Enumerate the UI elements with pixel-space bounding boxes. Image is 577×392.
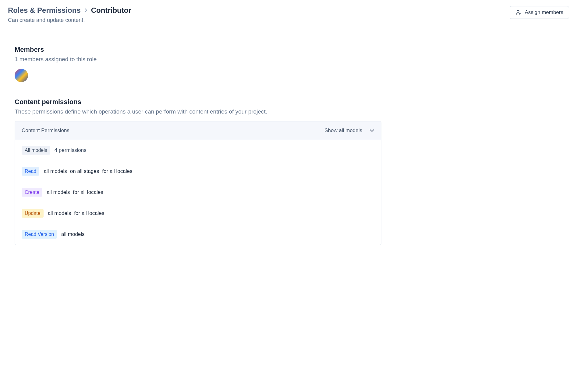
assign-members-button[interactable]: Assign members [510, 6, 569, 19]
permission-detail: on all stages [70, 168, 99, 174]
permission-details: all modelsfor all locales [48, 210, 104, 216]
all-models-tag: All models [22, 146, 50, 155]
permission-details: all modelsfor all locales [47, 189, 103, 195]
main-content: Members 1 members assigned to this role … [0, 31, 396, 272]
permission-row[interactable]: Read Versionall models [15, 224, 381, 245]
permission-action-tag: Create [22, 188, 42, 197]
permission-action-tag: Read Version [22, 230, 57, 239]
permission-detail: all models [48, 210, 71, 216]
permission-row[interactable]: Createall modelsfor all locales [15, 182, 381, 203]
permissions-summary-row[interactable]: All models 4 permissions [15, 140, 381, 161]
page-subtitle: Can create and update content. [8, 17, 131, 23]
permission-detail: for all locales [102, 168, 132, 174]
permission-action-tag: Read [22, 167, 39, 176]
chevron-right-icon [84, 8, 87, 13]
permission-details: all models [61, 231, 85, 237]
permission-detail: for all locales [74, 210, 104, 216]
content-permissions-section: Content permissions These permissions de… [15, 98, 381, 245]
avatar[interactable] [15, 69, 28, 82]
permission-detail: all models [44, 168, 67, 174]
assign-members-label: Assign members [525, 9, 563, 16]
members-section: Members 1 members assigned to this role [15, 46, 381, 83]
permissions-card: Content Permissions Show all models All … [15, 121, 381, 245]
breadcrumb-parent[interactable]: Roles & Permissions [8, 6, 81, 15]
content-permissions-title: Content permissions [15, 98, 381, 106]
chevron-down-icon [370, 129, 374, 132]
permissions-card-header: Content Permissions Show all models [15, 121, 381, 140]
permissions-count: 4 permissions [55, 147, 87, 153]
permission-details: all modelson all stagesfor all locales [44, 168, 132, 174]
content-permissions-subtitle: These permissions define which operation… [15, 108, 381, 115]
permission-detail: for all locales [73, 189, 103, 195]
show-all-label: Show all models [324, 128, 362, 134]
permission-row[interactable]: Updateall modelsfor all locales [15, 203, 381, 224]
user-plus-icon [515, 9, 522, 16]
show-all-models-toggle[interactable]: Show all models [324, 128, 374, 134]
permission-detail: all models [61, 231, 85, 237]
breadcrumb: Roles & Permissions Contributor [8, 6, 131, 15]
page-header: Roles & Permissions Contributor Can crea… [0, 0, 577, 31]
svg-point-0 [517, 10, 519, 12]
permission-detail: all models [47, 189, 70, 195]
permission-row[interactable]: Readall modelson all stagesfor all local… [15, 161, 381, 182]
permission-action-tag: Update [22, 209, 44, 218]
card-header-title: Content Permissions [22, 128, 69, 134]
breadcrumb-current: Contributor [91, 6, 131, 15]
members-title: Members [15, 46, 381, 54]
breadcrumb-block: Roles & Permissions Contributor Can crea… [8, 6, 131, 23]
members-subtitle: 1 members assigned to this role [15, 56, 381, 63]
